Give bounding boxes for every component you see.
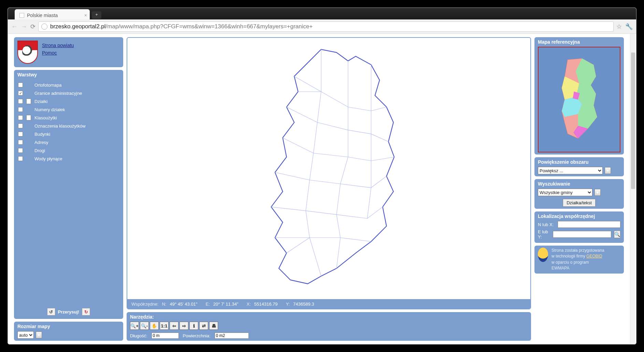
map-viewport[interactable]: Współrzędne: N: 49° 45' 43.01" E: 20° 7'… [127, 37, 531, 309]
layer-checkbox[interactable] [18, 115, 23, 120]
forward-icon[interactable]: → [21, 23, 28, 30]
info-icon[interactable]: ℹ [189, 322, 198, 330]
layer-label: Drogi [34, 148, 45, 153]
chevron-down-icon[interactable]: ▼ [595, 189, 601, 196]
star-icon[interactable]: ☆ [616, 23, 622, 30]
layer-row: Klasoużytki [17, 114, 120, 122]
new-tab-button[interactable]: + [92, 11, 101, 19]
chevron-down-icon[interactable]: ▼ [605, 167, 611, 174]
zoom-area-panel: Powiększenie obszaru Powiększ ... ▼ [534, 157, 624, 176]
layer-checkbox[interactable] [18, 83, 23, 87]
pan-icon[interactable]: ✋ [150, 322, 159, 330]
layer-checkbox[interactable] [18, 156, 23, 161]
url-domain: brzesko.geoportal2.pl [50, 23, 106, 30]
layer-label: Oznaczenia klasoużytków [34, 123, 86, 129]
locate-panel: Lokalizacja współrzędnej N lub X: E lub … [534, 211, 624, 243]
reload-icon[interactable]: ⟳ [30, 23, 35, 30]
layer-checkbox[interactable] [18, 148, 23, 153]
measure-icon[interactable]: ⇄ [199, 322, 208, 330]
url-path: /map/www/mapa.php?CFGF=wms&winw=1366&win… [106, 23, 313, 30]
layer-checkbox[interactable] [18, 123, 23, 128]
document-icon[interactable] [26, 115, 31, 120]
globe-icon [41, 24, 47, 30]
page-icon [19, 13, 24, 18]
search-title: Wyszukiwanie [538, 181, 620, 187]
coordinates-bar: Współrzędne: N: 49° 45' 43.01" E: 20° 7'… [127, 299, 530, 309]
redo-icon[interactable]: ↻ [82, 308, 90, 316]
credits-panel: Strona została przygotowana w technologi… [534, 246, 624, 274]
coord-e: 20° 7' 11.34" [213, 302, 239, 307]
scrollbar[interactable] [630, 34, 635, 344]
layer-label: Adresy [34, 140, 48, 145]
search-button[interactable]: Działka/tekst [563, 199, 596, 207]
zoom-area-select[interactable]: Powiększ ... [538, 167, 603, 174]
wrench-icon[interactable]: 🔧 [625, 23, 633, 30]
redraw-button[interactable]: Przerysuj! [58, 309, 80, 314]
locate-n-label: N lub X: [538, 222, 555, 227]
area-label: Powierzchnia: [183, 333, 211, 338]
locate-e-input[interactable] [553, 231, 611, 238]
document-icon[interactable] [26, 99, 31, 104]
credits-line: Strona została przygotowana [552, 248, 604, 253]
url-input[interactable]: brzesko.geoportal2.pl/map/www/mapa.php?C… [38, 21, 614, 32]
layer-row: ✓Granice administracyjne [17, 89, 120, 97]
layer-row: Adresy [17, 138, 120, 146]
map-size-select[interactable]: auto [17, 331, 34, 339]
layer-checkbox[interactable] [18, 140, 23, 145]
layers-panel: Warstwy Ortofotomapa✓Granice administrac… [14, 70, 123, 319]
header-panel: Strona powiatu Pomoc [14, 37, 123, 67]
undo-icon[interactable]: ↺ [47, 308, 55, 316]
layer-row: Oznaczenia klasoużytków [17, 122, 120, 130]
layer-row: Wody płynące [17, 155, 120, 163]
zoom-in-icon[interactable]: 🔍+ [130, 322, 139, 330]
layer-checkbox[interactable] [18, 132, 23, 136]
reference-map-panel: Mapa referencyjna [534, 37, 624, 155]
chevron-down-icon[interactable]: ▼ [36, 332, 42, 338]
browser-window: Polskie miasta × + ← → ⟳ brzesko.geoport… [8, 8, 636, 344]
reference-map[interactable] [538, 47, 620, 152]
coord-n: 49° 45' 43.01" [170, 302, 197, 307]
map-svg [127, 38, 530, 299]
close-icon[interactable]: × [84, 13, 87, 18]
layer-checkbox[interactable] [18, 107, 23, 112]
reference-map-title: Mapa referencyjna [538, 39, 620, 45]
area-value [215, 333, 249, 339]
county-site-link[interactable]: Strona powiatu [42, 43, 74, 48]
length-label: Długość: [130, 333, 147, 338]
layer-row: Działki [17, 97, 120, 105]
zoom-out-icon[interactable]: 🔍- [140, 322, 149, 330]
locate-n-input[interactable] [558, 221, 620, 228]
coord-y: 7436589.3 [293, 302, 314, 307]
search-icon[interactable]: 🔍 [614, 231, 620, 238]
layer-row: Numery działek [17, 105, 120, 114]
locate-title: Lokalizacja współrzędnej [538, 214, 620, 219]
scale-1to1-icon[interactable]: 1:1 [160, 322, 169, 330]
layer-checkbox[interactable] [18, 99, 23, 104]
layer-label: Granice administracyjne [34, 91, 82, 96]
print-icon[interactable]: 🖶 [209, 322, 218, 330]
browser-tab[interactable]: Polskie miasta × [15, 9, 90, 19]
tools-panel: Narzędzia: 🔍+ 🔍- ✋ 1:1 ⇦ ⇨ ℹ ⇄ 🖶 Długość… [127, 312, 531, 341]
address-bar: ← → ⟳ brzesko.geoportal2.pl/map/www/mapa… [8, 19, 636, 34]
geobid-link[interactable]: GEOBID [586, 254, 602, 259]
coord-x: 5514316.79 [254, 302, 278, 307]
help-link[interactable]: Pomoc [42, 50, 74, 56]
layer-row: Drogi [17, 146, 120, 155]
layer-checkbox[interactable]: ✓ [18, 91, 23, 96]
back-icon[interactable]: ← [11, 23, 18, 30]
tab-strip: Polskie miasta × + [8, 8, 636, 19]
search-gmina-select[interactable]: Wszystkie gminy [538, 189, 592, 196]
layer-row: Ortofotomapa [17, 81, 120, 89]
scrollbar-thumb[interactable] [631, 53, 635, 189]
prev-view-icon[interactable]: ⇦ [170, 322, 178, 330]
layer-label: Wody płynące [34, 156, 62, 161]
next-view-icon[interactable]: ⇨ [180, 322, 188, 330]
map-size-panel: Rozmiar mapy auto ▼ [14, 322, 123, 341]
layers-title: Warstwy [17, 72, 120, 77]
tools-title: Narzędzia: [130, 314, 528, 320]
layer-label: Działki [34, 99, 47, 104]
coord-label: Współrzędne: [131, 302, 158, 307]
tab-title: Polskie miasta [27, 13, 58, 18]
layer-label: Klasoużytki [34, 115, 57, 120]
credits-line: w oparciu o program [552, 260, 604, 265]
